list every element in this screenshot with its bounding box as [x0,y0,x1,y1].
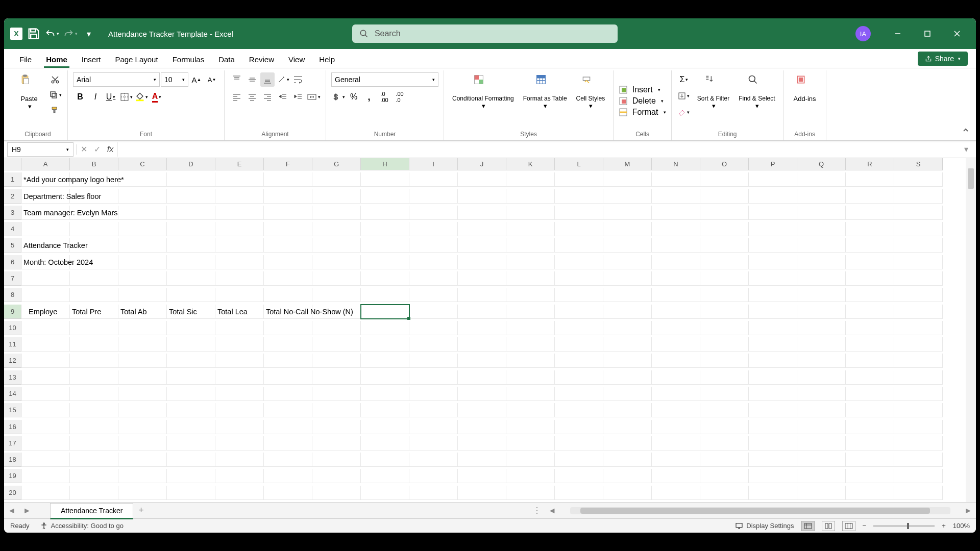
cell[interactable] [167,403,215,417]
cell[interactable] [749,222,797,236]
cell[interactable] [70,337,118,352]
paste-button[interactable]: Paste▾ [13,72,45,112]
cell[interactable] [797,486,846,500]
search-box[interactable]: Search [352,24,618,43]
delete-cells-button[interactable]: Delete ▾ [619,96,664,106]
cell[interactable] [70,403,118,417]
cell[interactable] [700,387,749,401]
cell[interactable] [652,436,700,450]
cell[interactable] [555,420,603,434]
copy-button[interactable]: ▾ [48,88,62,102]
cell[interactable] [312,238,361,253]
user-avatar[interactable]: IA [855,26,871,41]
cell[interactable] [652,354,700,368]
cell[interactable] [749,238,797,253]
cell[interactable] [409,469,458,483]
cell[interactable] [167,469,215,483]
cell[interactable] [506,255,555,269]
cell[interactable] [312,486,361,500]
cell[interactable]: Total Lea [215,305,264,319]
cell[interactable]: Total Pre [70,305,118,319]
cell[interactable] [652,337,700,352]
cell[interactable] [118,354,167,368]
row-header[interactable]: 16 [4,420,21,434]
cell[interactable] [21,370,70,385]
column-header[interactable]: S [894,158,943,170]
cell[interactable] [409,370,458,385]
cell[interactable] [361,453,409,467]
cell[interactable] [506,172,555,187]
cut-button[interactable] [48,72,62,87]
cell[interactable] [797,354,846,368]
cell[interactable] [118,453,167,467]
zoom-level[interactable]: 100% [953,522,970,530]
cell[interactable] [70,453,118,467]
row-header[interactable]: 18 [4,453,21,467]
cell[interactable] [700,255,749,269]
align-left-button[interactable] [230,90,244,104]
column-header[interactable]: O [700,158,749,170]
cell[interactable] [700,206,749,220]
border-button[interactable]: ▾ [119,90,133,104]
cell[interactable] [70,486,118,500]
cell[interactable] [118,403,167,417]
cell[interactable] [361,222,409,236]
cell[interactable] [264,337,312,352]
cell[interactable] [70,321,118,335]
cell[interactable] [118,222,167,236]
new-sheet-button[interactable]: + [133,505,149,516]
cell[interactable] [118,436,167,450]
cell[interactable] [118,288,167,302]
cell[interactable] [409,189,458,204]
cell[interactable] [312,255,361,269]
font-color-button[interactable]: A▾ [150,90,164,104]
cell[interactable] [846,206,894,220]
tab-data[interactable]: Data [211,51,242,68]
cell[interactable] [846,469,894,483]
tab-file[interactable]: File [12,51,39,68]
cell[interactable] [361,420,409,434]
cell[interactable] [70,469,118,483]
cell[interactable] [894,255,943,269]
horizontal-scrollbar[interactable] [570,507,950,514]
cell[interactable] [555,337,603,352]
cell[interactable] [264,288,312,302]
cell[interactable] [506,453,555,467]
cell[interactable]: Employe [21,305,70,319]
tab-view[interactable]: View [281,51,312,68]
row-header[interactable]: 6 [4,255,21,269]
cell[interactable] [361,288,409,302]
cell[interactable] [167,288,215,302]
cell[interactable] [21,288,70,302]
cell[interactable] [215,354,264,368]
increase-font-button[interactable]: A▲ [189,72,204,87]
cell[interactable] [312,370,361,385]
cell[interactable] [749,255,797,269]
save-icon[interactable] [27,27,41,41]
cell[interactable] [70,420,118,434]
row-header[interactable]: 10 [4,321,21,335]
zoom-in-button[interactable]: + [942,522,946,530]
cell[interactable] [167,420,215,434]
formula-input[interactable] [117,142,960,157]
cell[interactable] [846,387,894,401]
collapse-ribbon-button[interactable] [962,126,970,136]
cell[interactable] [458,305,506,319]
cell[interactable] [846,420,894,434]
cell[interactable] [506,288,555,302]
cell[interactable] [215,420,264,434]
cell[interactable] [458,288,506,302]
cell[interactable] [603,337,652,352]
cell[interactable] [264,469,312,483]
cell[interactable] [506,321,555,335]
row-header[interactable]: 4 [4,222,21,236]
cell[interactable] [264,206,312,220]
cell[interactable] [652,420,700,434]
column-header[interactable]: F [264,158,312,170]
cell[interactable] [797,189,846,204]
tab-home[interactable]: Home [39,51,75,68]
cell[interactable] [894,222,943,236]
cell[interactable] [215,222,264,236]
cell[interactable] [21,337,70,352]
insert-cells-button[interactable]: Insert ▾ [619,85,660,94]
